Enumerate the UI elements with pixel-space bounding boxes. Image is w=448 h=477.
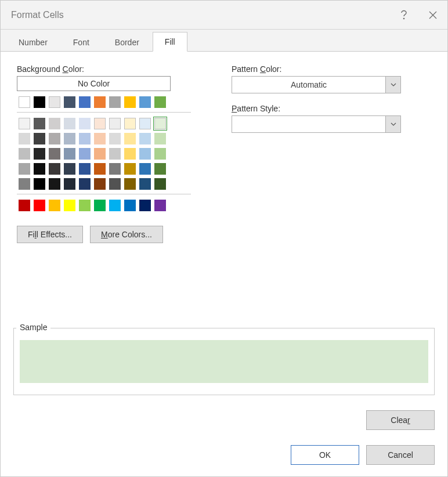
color-swatch[interactable] — [49, 118, 60, 129]
color-swatch[interactable] — [49, 148, 60, 160]
color-swatch[interactable] — [124, 133, 136, 144]
color-swatch[interactable] — [79, 200, 91, 211]
color-swatch[interactable] — [64, 200, 75, 211]
pattern-color-label: Pattern Color: — [232, 64, 431, 74]
color-swatch[interactable] — [154, 133, 166, 144]
color-swatch[interactable] — [49, 178, 60, 190]
color-swatch[interactable] — [19, 178, 30, 190]
color-swatch[interactable] — [124, 200, 136, 211]
close-button[interactable] — [418, 1, 447, 30]
color-swatch[interactable] — [49, 133, 60, 144]
color-swatch[interactable] — [124, 163, 136, 175]
color-swatch[interactable] — [109, 178, 121, 190]
color-swatch[interactable] — [124, 96, 136, 108]
tab-content-fill: Background Color: No Color Fill Effects.… — [1, 52, 447, 476]
color-swatch[interactable] — [154, 118, 166, 129]
color-swatch[interactable] — [139, 178, 151, 190]
color-swatch[interactable] — [34, 148, 45, 160]
color-swatch[interactable] — [154, 163, 166, 175]
color-swatch[interactable] — [19, 133, 30, 144]
color-swatch[interactable] — [94, 148, 106, 160]
pattern-style-label: Pattern Style: — [232, 104, 431, 113]
color-swatch[interactable] — [19, 163, 30, 175]
background-color-label: Background Color: — [17, 64, 214, 74]
sample-fieldset: Sample — [13, 328, 435, 395]
color-swatch[interactable] — [94, 133, 106, 144]
tab-number[interactable]: Number — [6, 32, 60, 52]
svg-point-0 — [403, 18, 404, 19]
color-swatch[interactable] — [64, 163, 75, 175]
color-swatch[interactable] — [139, 133, 151, 144]
color-swatch[interactable] — [154, 178, 166, 190]
color-swatch[interactable] — [34, 118, 45, 129]
color-swatch[interactable] — [64, 148, 75, 160]
color-swatch[interactable] — [34, 200, 45, 211]
pattern-style-value — [232, 116, 385, 132]
color-swatch[interactable] — [154, 148, 166, 160]
color-swatch[interactable] — [34, 178, 45, 190]
tabstrip: Number Font Border Fill — [1, 30, 447, 52]
color-swatch[interactable] — [139, 163, 151, 175]
ok-button[interactable]: OK — [291, 445, 359, 465]
color-swatch[interactable] — [109, 200, 121, 211]
titlebar: Format Cells — [1, 1, 447, 30]
color-swatch[interactable] — [19, 96, 30, 108]
color-swatch[interactable] — [79, 96, 91, 108]
color-swatch[interactable] — [79, 178, 91, 190]
dialog-title: Format Cells — [11, 10, 64, 20]
color-swatch[interactable] — [49, 200, 60, 211]
color-swatch[interactable] — [79, 118, 91, 129]
color-swatch[interactable] — [94, 96, 106, 108]
tab-font[interactable]: Font — [61, 32, 102, 52]
format-cells-dialog: Format Cells Number Font Border Fill Bac… — [0, 0, 448, 477]
color-swatch[interactable] — [79, 148, 91, 160]
pattern-color-value: Automatic — [232, 77, 385, 93]
color-swatch[interactable] — [154, 200, 166, 211]
tab-border[interactable]: Border — [103, 32, 151, 52]
clear-button[interactable]: Clear — [366, 410, 435, 430]
tab-fill[interactable]: Fill — [153, 32, 187, 52]
color-swatch[interactable] — [94, 200, 106, 211]
color-swatch[interactable] — [19, 148, 30, 160]
cancel-button[interactable]: Cancel — [366, 445, 435, 465]
color-swatch[interactable] — [154, 96, 166, 108]
color-swatch[interactable] — [139, 118, 151, 129]
chevron-down-icon — [385, 77, 400, 93]
color-swatch[interactable] — [64, 96, 75, 108]
pattern-style-combo[interactable] — [232, 115, 401, 133]
help-button[interactable] — [389, 1, 418, 30]
more-colors-button[interactable]: More Colors... — [90, 226, 163, 243]
color-swatch[interactable] — [94, 118, 106, 129]
color-swatch[interactable] — [109, 148, 121, 160]
color-swatch[interactable] — [79, 163, 91, 175]
color-palette — [17, 95, 191, 213]
fill-effects-button[interactable]: Fill Effects... — [17, 226, 83, 243]
chevron-down-icon — [385, 116, 400, 132]
color-swatch[interactable] — [124, 148, 136, 160]
pattern-color-combo[interactable]: Automatic — [232, 76, 401, 93]
no-color-button[interactable]: No Color — [17, 76, 171, 91]
color-swatch[interactable] — [94, 178, 106, 190]
color-swatch[interactable] — [139, 148, 151, 160]
color-swatch[interactable] — [64, 178, 75, 190]
color-swatch[interactable] — [94, 163, 106, 175]
color-swatch[interactable] — [34, 133, 45, 144]
color-swatch[interactable] — [124, 178, 136, 190]
color-swatch[interactable] — [109, 133, 121, 144]
color-swatch[interactable] — [109, 163, 121, 175]
color-swatch[interactable] — [49, 96, 60, 108]
sample-preview — [20, 340, 428, 383]
color-swatch[interactable] — [139, 96, 151, 108]
color-swatch[interactable] — [64, 133, 75, 144]
color-swatch[interactable] — [19, 118, 30, 129]
color-swatch[interactable] — [124, 118, 136, 129]
color-swatch[interactable] — [34, 96, 45, 108]
color-swatch[interactable] — [64, 118, 75, 129]
color-swatch[interactable] — [139, 200, 151, 211]
color-swatch[interactable] — [79, 133, 91, 144]
color-swatch[interactable] — [109, 96, 121, 108]
color-swatch[interactable] — [19, 200, 30, 211]
color-swatch[interactable] — [49, 163, 60, 175]
color-swatch[interactable] — [34, 163, 45, 175]
color-swatch[interactable] — [109, 118, 121, 129]
